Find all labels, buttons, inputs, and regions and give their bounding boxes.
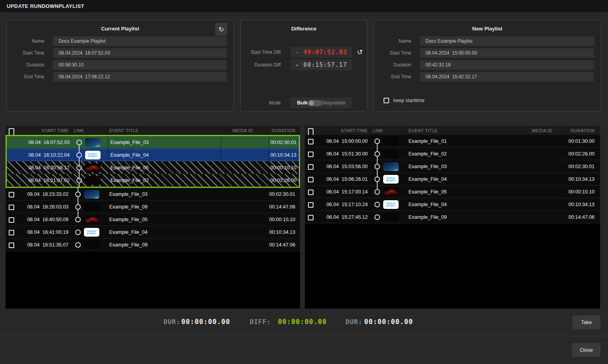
take-button[interactable]: Take [572,315,600,329]
link-ring-icon[interactable] [75,217,81,222]
table-row[interactable]: 06.0415:03:56.00 Example_File_03 00:02:3… [305,160,600,173]
row-media-id [205,201,253,213]
scrollbar-track[interactable] [600,126,603,309]
link-ring-icon[interactable] [75,229,81,235]
current-table-body: 08.0416:07:52.03 Example_File_03 00:02:3… [6,135,300,251]
end-time-label: End Time [7,74,44,80]
row-media-id [505,160,552,173]
scrollbar-track[interactable] [300,126,303,309]
link-cell [73,226,83,239]
new-playlist-panel: New Playlist Name Docs Example Playlist … [373,20,601,112]
table-row[interactable]: 08.0416:26:03.03 Example_File_09 00:14:4… [6,201,300,213]
table-row[interactable]: 06.0415:06:26.01 Big BuckBUNNY Example_F… [305,173,600,186]
row-checkbox[interactable] [9,205,14,210]
table-row[interactable]: 08.0416:20:56.17 Example_File_05 00:00:1… [7,161,299,174]
current-duration-field[interactable]: 00:58:30.10 [53,60,227,70]
row-checkbox[interactable] [308,177,314,182]
link-ring-icon[interactable] [76,165,82,171]
row-media-id [505,135,552,148]
row-event-title: Example_File_04 [110,149,149,161]
current-name-field[interactable]: Docs Example Playlist [53,36,227,46]
difference-panel: Difference Start Time Diff - 49:07:52.03… [240,20,367,112]
row-event-title: Example_File_09 [109,201,148,213]
row-checkbox[interactable] [308,190,314,195]
row-checkbox[interactable] [308,215,314,220]
table-row[interactable]: 08.0416:07:52.03 Example_File_03 00:02:3… [7,136,299,149]
row-media-id [207,149,254,161]
row-event-title: Example_File_03 [109,188,148,201]
row-duration: 00:01:30.00 [547,135,595,148]
link-ring-icon[interactable] [374,202,380,207]
table-row[interactable]: 06.0415:01:30.00 Example_File_02 00:02:2… [305,148,600,160]
link-ring-icon[interactable] [76,178,82,183]
table-row[interactable]: 06.0415:00:00.00 Example_File_01 00:01:3… [305,135,600,148]
link-ring-icon[interactable] [76,140,82,145]
link-cell [74,136,84,149]
row-checkbox[interactable] [9,243,14,248]
link-ring-icon[interactable] [75,242,81,248]
column-divider [108,136,108,148]
table-row[interactable]: 08.0416:40:50.09 Example_File_05 00:00:1… [6,213,300,226]
row-checkbox[interactable] [308,202,314,208]
link-ring-icon[interactable] [374,151,380,157]
new-start-time-field[interactable]: 06.04.2024 15:00:00.00 [420,48,594,58]
row-checkbox[interactable] [9,230,14,235]
header-link: LINK [74,126,84,135]
mode-toggle[interactable] [308,100,322,106]
row-duration: 00:14:47.06 [547,211,595,224]
row-event-title: Example_File_05 [109,213,148,226]
new-end-time-field[interactable]: 06.04.2024 15:42:32.17 [420,72,594,82]
bbb-logo-text: BUNNY [88,155,98,157]
link-ring-icon[interactable] [374,176,380,182]
row-checkbox[interactable] [308,164,314,170]
current-table-header: START TIME LINK EVENT TITLE MEDIA ID DUR… [6,126,300,135]
mode-option-bulk[interactable]: Bulk [297,100,308,106]
table-row[interactable]: 08.0416:41:00.19 Big BuckBUNNY Example_F… [6,226,300,239]
row-checkbox[interactable] [308,139,314,144]
row-checkbox[interactable] [9,192,14,197]
row-checkbox[interactable] [9,217,14,223]
link-ring-icon[interactable] [374,214,380,220]
table-row[interactable]: 08.0416:21:07.02 Example_File_02 00:02:2… [7,174,299,187]
table-row[interactable]: 06.0415:27:45.12 Example_File_09 00:14:4… [305,211,600,224]
link-ring-icon[interactable] [374,189,380,195]
new-name-field[interactable]: Docs Example Playlist [420,36,594,46]
link-ring-icon[interactable] [75,191,81,197]
link-cell [372,173,382,186]
row-duration: 00:00:10.10 [547,186,595,198]
keep-starttime-checkbox[interactable] [384,98,389,103]
link-cell [73,201,83,213]
header-duration: DURATION [248,126,295,135]
new-duration-field[interactable]: 00:42:32.18 [420,60,594,70]
bbb-logo-text: BUNNY [87,232,97,235]
table-row[interactable]: 08.0416:51:35.07 Example_File_09 00:14:4… [6,239,300,251]
table-row[interactable]: 06.0415:17:10.24 Big BuckBUNNY Example_F… [305,198,600,211]
close-button[interactable]: Close [572,343,600,357]
table-row[interactable]: 08.0416:23:33.02 Example_File_03 00:02:3… [6,188,300,201]
current-start-time-field[interactable]: 08.04.2024 16:07:52.03 [53,48,227,58]
row-start-time: 06.0415:27:45.12 [321,211,368,224]
refresh-button[interactable]: ↻ [215,23,227,36]
current-end-time-field[interactable]: 08.04.2024 17:06:22.12 [53,72,227,82]
video-thumbnail [85,176,101,185]
mode-option-sequential[interactable]: Sequential [322,100,346,106]
reset-diff-button[interactable]: ↺ [355,48,364,57]
row-media-id [505,148,552,160]
link-ring-icon[interactable] [374,138,380,144]
table-row[interactable]: 08.0416:10:22.04 Big BuckBUNNY Example_F… [7,149,299,161]
row-event-title: Example_File_02 [408,148,447,160]
row-media-id [505,198,552,211]
selected-update-group: 08.0416:07:52.03 Example_File_03 00:02:3… [6,135,300,188]
link-ring-icon[interactable] [76,152,82,158]
row-duration: 00:00:10.10 [248,213,295,226]
dur-left-value: 00:00:00.00 [181,318,230,326]
link-ring-icon[interactable] [75,204,81,210]
current-playlist-title: Current Playlist [7,26,234,32]
link-cell [372,160,382,173]
row-checkbox[interactable] [308,152,314,157]
row-start-time: 08.0416:51:35.07 [21,239,68,251]
row-event-title: Example_File_05 [110,161,149,174]
table-row[interactable]: 06.0415:17:00.14 Example_File_05 00:00:1… [305,186,600,198]
link-ring-icon[interactable] [374,164,380,169]
dur-left-label: DUR: [163,318,180,326]
